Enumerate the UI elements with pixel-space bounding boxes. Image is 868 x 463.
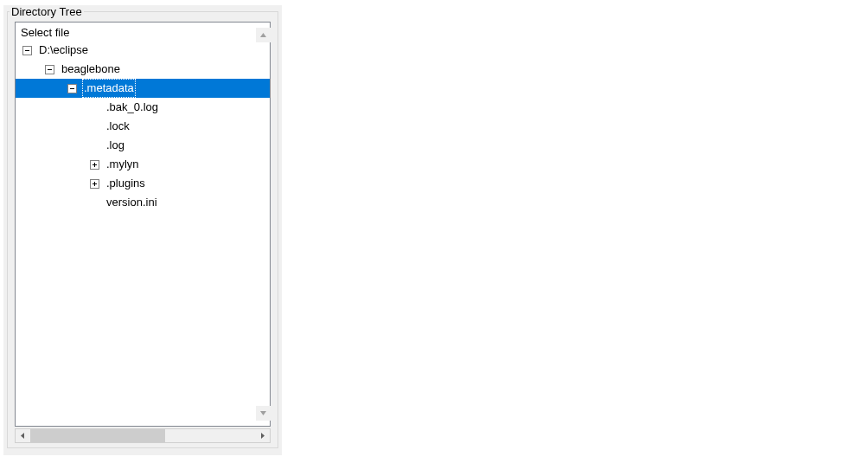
tree-node[interactable]: .bak_0.log [16,98,270,117]
expander-spacer [90,122,99,132]
scroll-left-button[interactable] [16,429,30,442]
indent [16,126,90,127]
scroll-down-button[interactable] [256,406,271,421]
tree-node-label: .lock [105,117,131,136]
group-title: Directory Tree [10,5,84,18]
chevron-up-icon [259,31,267,39]
tree-node[interactable]: beaglebone [16,60,270,79]
indent [16,164,90,165]
expander-spacer [90,198,99,208]
tree-node[interactable]: .mylyn [16,155,270,174]
scroll-right-button[interactable] [255,429,270,442]
horizontal-scrollbar[interactable] [15,428,271,443]
expander-spacer [90,103,99,113]
tree-node[interactable]: .log [16,136,270,155]
indent [16,107,90,108]
tree-node-label: .bak_0.log [105,98,160,117]
tree-node-label: .metadata [82,79,136,98]
indent [16,69,45,70]
tree-node[interactable]: .lock [16,117,270,136]
tree-node-label: .log [105,136,126,155]
collapse-icon[interactable] [67,84,77,93]
chevron-down-icon [259,409,267,417]
indent [16,145,90,146]
tree-node-label: beaglebone [60,60,122,79]
expand-icon[interactable] [90,179,99,189]
collapse-icon[interactable] [45,65,54,74]
scrollbar-track[interactable] [30,429,255,442]
scroll-up-button[interactable] [256,28,271,42]
chevron-right-icon [258,432,266,440]
indent [16,88,67,89]
tree-node[interactable]: .metadata [16,79,270,98]
indent [16,183,90,184]
chevron-left-icon [19,432,27,440]
tree-header: Select file [16,23,270,41]
tree-node[interactable]: .plugins [16,174,270,193]
tree-node-label: .plugins [105,174,147,193]
directory-tree-panel: Directory Tree Select file D:\eclipsebea… [3,5,282,455]
collapse-icon[interactable] [22,46,32,55]
tree-node[interactable]: version.ini [16,193,270,212]
tree-inner[interactable]: D:\eclipsebeaglebone.metadata.bak_0.log.… [16,41,270,423]
directory-tree-group: Directory Tree Select file D:\eclipsebea… [7,5,278,448]
indent [16,50,22,51]
tree-node[interactable]: D:\eclipse [16,41,270,60]
tree-node-label: .mylyn [105,155,141,174]
tree-node-label: D:\eclipse [37,41,90,60]
tree-box: Select file D:\eclipsebeaglebone.metadat… [15,22,271,427]
scrollbar-thumb[interactable] [30,429,165,442]
expander-spacer [90,141,99,151]
tree-node-label: version.ini [105,193,159,212]
expand-icon[interactable] [90,160,99,170]
indent [16,203,90,203]
